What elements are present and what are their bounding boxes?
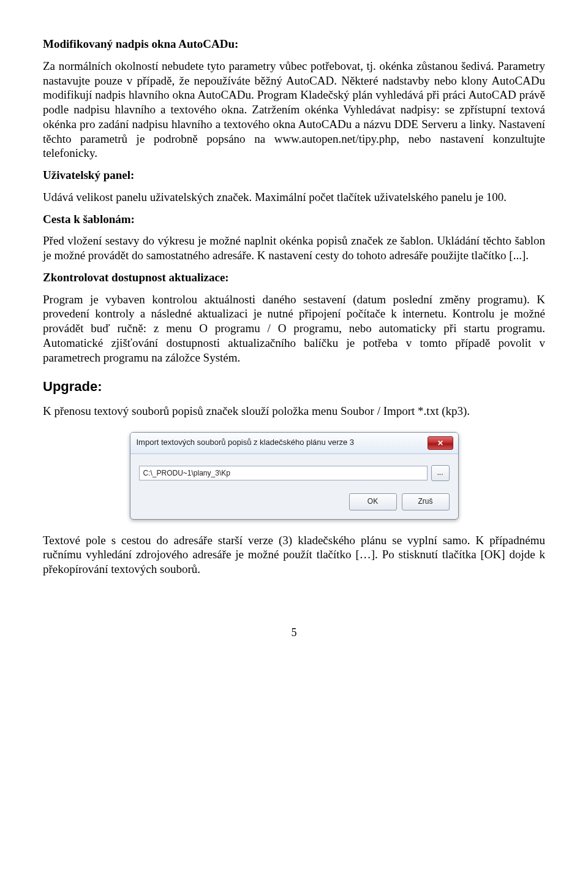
close-button[interactable]: ✕: [428, 436, 453, 450]
dialog-body: ... OK Zruš: [130, 454, 458, 519]
browse-button[interactable]: ...: [431, 465, 450, 481]
heading-upgrade: Upgrade:: [43, 378, 545, 395]
close-icon: ✕: [437, 439, 443, 447]
import-dialog: Import textových souborů popisů z kladeč…: [130, 432, 459, 520]
path-input[interactable]: [139, 466, 428, 480]
dialog-titlebar: Import textových souborů popisů z kladeč…: [130, 433, 458, 454]
body-cesta-k-sablonam: Před vložení sestavy do výkresu je možné…: [43, 233, 545, 263]
body-upgrade-after: Textové pole s cestou do adresáře starší…: [43, 533, 545, 577]
body-uzivatelsky-panel: Udává velikost panelu uživatelských znač…: [43, 190, 545, 205]
heading-zkontrolovat-dostupnost: Zkontrolovat dostupnost aktualizace:: [43, 270, 545, 285]
body-upgrade-before: K přenosu textový souborů popisů značek …: [43, 404, 545, 419]
body-zkontrolovat-dostupnost: Program je vybaven kontrolou aktuálnosti…: [43, 292, 545, 365]
heading-modifikovany-nadpis: Modifikovaný nadpis okna AutoCADu:: [43, 37, 545, 51]
dialog-button-row: OK Zruš: [139, 493, 450, 510]
dialog-title: Import textových souborů popisů z kladeč…: [137, 438, 355, 447]
heading-uzivatelsky-panel: Uživatelský panel:: [43, 168, 545, 183]
page-number: 5: [43, 626, 545, 640]
ok-button[interactable]: OK: [349, 493, 397, 510]
cancel-button[interactable]: Zruš: [402, 493, 450, 510]
ellipsis-icon: ...: [437, 468, 443, 477]
import-dialog-wrapper: Import textových souborů popisů z kladeč…: [43, 432, 545, 520]
body-modifikovany-nadpis: Za normálních okolností nebudete tyto pa…: [43, 59, 545, 161]
heading-cesta-k-sablonam: Cesta k šablonám:: [43, 212, 545, 227]
path-row: ...: [139, 465, 450, 481]
